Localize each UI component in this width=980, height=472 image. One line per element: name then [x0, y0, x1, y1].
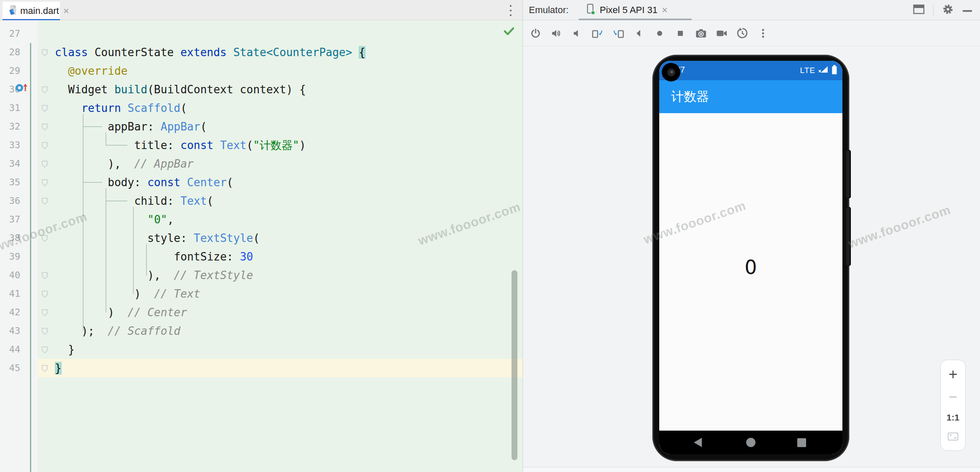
- screenshot-button[interactable]: [693, 26, 709, 41]
- fold-marker[interactable]: [41, 179, 48, 187]
- code-line[interactable]: fontSize: 30: [38, 247, 522, 266]
- editor-scrollbar[interactable]: [512, 270, 517, 460]
- volume-up-button[interactable]: [549, 26, 564, 41]
- rotate-left-icon: [591, 28, 604, 39]
- line-number: 36: [0, 192, 20, 210]
- emulator-panel-label: Emulator:: [529, 0, 569, 20]
- app-bar: 计数器: [659, 80, 842, 113]
- volume-down-button[interactable]: [569, 26, 585, 41]
- code-line[interactable]: ) // Center: [38, 303, 522, 322]
- line-number: 44: [0, 340, 20, 359]
- fold-marker[interactable]: [41, 346, 48, 354]
- fold-marker[interactable]: [41, 290, 48, 298]
- code-area[interactable]: class CounterState extends State<Counter…: [38, 20, 522, 472]
- device-screen[interactable]: 8:37 LTE: [659, 61, 842, 454]
- volume-down-icon: [571, 28, 582, 39]
- more-options-button[interactable]: [755, 26, 771, 41]
- kebab-icon: [758, 28, 768, 39]
- code-line[interactable]: appBar: AppBar(: [38, 117, 522, 136]
- code-line[interactable]: }: [38, 359, 522, 377]
- inspection-ok-icon[interactable]: [503, 26, 515, 38]
- code-line[interactable]: ) // Text: [38, 285, 522, 303]
- line-number: 31: [0, 99, 20, 117]
- line-number: 32: [0, 117, 20, 136]
- volume-up-icon: [551, 28, 562, 39]
- editor-body[interactable]: class CounterState extends State<Counter…: [0, 20, 522, 472]
- tab-title: main.dart: [20, 5, 59, 16]
- editor-more-icon[interactable]: [506, 4, 516, 17]
- back-icon: [634, 28, 644, 38]
- screen-record-button[interactable]: [714, 26, 729, 41]
- code-line[interactable]: return Scaffold(: [38, 99, 522, 117]
- app-body: 0: [659, 113, 842, 431]
- nav-back-icon[interactable]: [694, 438, 702, 447]
- fold-marker[interactable]: [41, 328, 48, 335]
- code-line[interactable]: class CounterState extends State<Counter…: [38, 43, 522, 62]
- fold-marker[interactable]: [41, 123, 48, 131]
- line-number: 33: [0, 136, 20, 155]
- code-line[interactable]: Widget build(BuildContext context) {: [38, 80, 522, 99]
- battery-icon: [831, 65, 837, 76]
- rotate-left-button[interactable]: [590, 26, 605, 41]
- android-nav-bar: [659, 431, 842, 454]
- back-button[interactable]: [631, 26, 647, 41]
- app-bar-title: 计数器: [671, 80, 709, 113]
- rotate-right-button[interactable]: [611, 26, 626, 41]
- nav-home-icon[interactable]: [746, 438, 755, 447]
- code-line[interactable]: body: const Center(: [38, 173, 522, 192]
- code-line[interactable]: }: [38, 340, 522, 359]
- overview-button[interactable]: [673, 26, 688, 41]
- code-line[interactable]: [38, 24, 522, 43]
- code-line[interactable]: title: const Text("计数器"): [38, 136, 522, 155]
- fold-marker[interactable]: [41, 105, 48, 112]
- run-gutter-icon[interactable]: [15, 82, 29, 95]
- code-line[interactable]: ); // Scaffold: [38, 322, 522, 340]
- line-number: 40: [0, 266, 20, 285]
- window-controls-divider: [933, 4, 934, 16]
- power-icon: [530, 28, 541, 39]
- code-line[interactable]: @override: [38, 62, 522, 80]
- dart-file-icon: [8, 5, 17, 17]
- fold-marker[interactable]: [41, 142, 48, 149]
- editor-tab-bar: main.dart ×: [0, 0, 522, 20]
- tab-pixel5-api31[interactable]: Pixel 5 API 31 ×: [586, 0, 668, 20]
- device-tab-title: Pixel 5 API 31: [600, 5, 658, 16]
- fold-marker[interactable]: [41, 198, 48, 205]
- line-number: 37: [0, 210, 20, 229]
- fold-marker[interactable]: [41, 272, 48, 279]
- power-button[interactable]: [528, 26, 543, 41]
- line-number: 27: [0, 24, 20, 43]
- code-line[interactable]: child: Text(: [38, 192, 522, 210]
- actual-size-button[interactable]: 1:1: [947, 412, 959, 423]
- line-number: 29: [0, 62, 20, 80]
- tab-close-icon[interactable]: ×: [63, 7, 69, 15]
- code-line[interactable]: ), // TextStyle: [38, 266, 522, 285]
- snapshots-button[interactable]: [735, 26, 750, 41]
- window-controls: [913, 0, 972, 20]
- fold-marker[interactable]: [41, 309, 48, 317]
- nav-recent-icon[interactable]: [797, 438, 806, 447]
- overview-icon: [675, 28, 685, 38]
- device-tab-close-icon[interactable]: ×: [662, 4, 668, 16]
- line-number: 28: [0, 43, 20, 62]
- videocam-icon: [716, 28, 728, 39]
- fold-marker[interactable]: [41, 49, 48, 57]
- line-number: 45: [0, 359, 20, 377]
- zoom-controls: + − 1:1: [940, 360, 966, 451]
- snapshots-icon: [736, 27, 748, 39]
- fold-marker[interactable]: [41, 86, 48, 94]
- tab-main-dart[interactable]: main.dart ×: [3, 2, 60, 20]
- emulator-content: 8:37 LTE: [523, 46, 980, 467]
- zoom-fit-icon[interactable]: [948, 432, 958, 442]
- line-number: 42: [0, 303, 20, 322]
- zoom-out-button[interactable]: −: [948, 391, 957, 403]
- code-line[interactable]: ), // AppBar: [38, 155, 522, 173]
- gear-icon[interactable]: [942, 3, 954, 17]
- fold-marker[interactable]: [41, 160, 48, 168]
- layout-icon[interactable]: [913, 4, 925, 16]
- minimize-icon[interactable]: [962, 6, 972, 14]
- zoom-in-button[interactable]: +: [948, 368, 957, 381]
- home-button[interactable]: [652, 26, 667, 41]
- fold-marker[interactable]: [41, 365, 48, 372]
- line-number: 43: [0, 322, 20, 340]
